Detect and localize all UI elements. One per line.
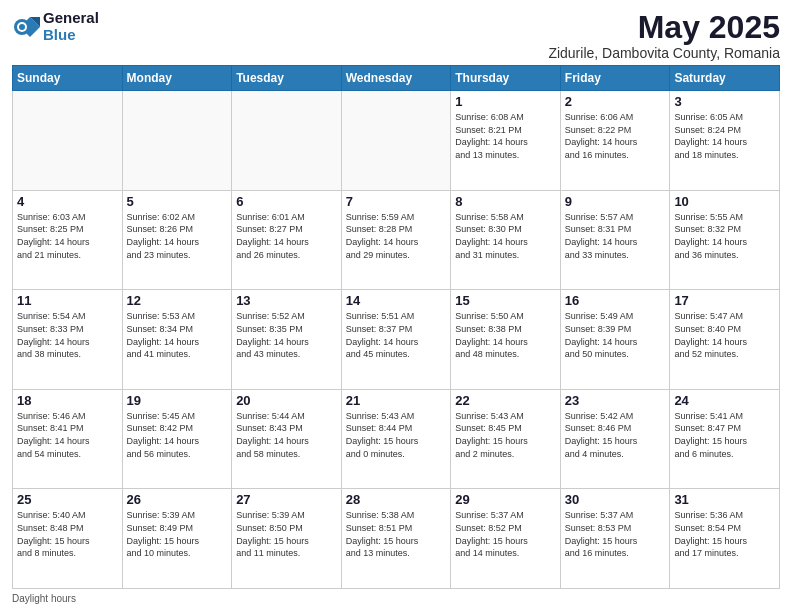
day-number: 2 <box>565 94 666 109</box>
day-info: Sunrise: 5:36 AM Sunset: 8:54 PM Dayligh… <box>674 509 775 559</box>
day-number: 12 <box>127 293 228 308</box>
day-number: 20 <box>236 393 337 408</box>
table-row: 17Sunrise: 5:47 AM Sunset: 8:40 PM Dayli… <box>670 290 780 390</box>
calendar-week-row: 11Sunrise: 5:54 AM Sunset: 8:33 PM Dayli… <box>13 290 780 390</box>
day-info: Sunrise: 5:42 AM Sunset: 8:46 PM Dayligh… <box>565 410 666 460</box>
footer-note: Daylight hours <box>12 593 780 604</box>
svg-point-5 <box>19 24 25 30</box>
table-row: 31Sunrise: 5:36 AM Sunset: 8:54 PM Dayli… <box>670 489 780 589</box>
day-info: Sunrise: 5:54 AM Sunset: 8:33 PM Dayligh… <box>17 310 118 360</box>
day-info: Sunrise: 6:02 AM Sunset: 8:26 PM Dayligh… <box>127 211 228 261</box>
month-title: May 2025 <box>548 10 780 45</box>
day-info: Sunrise: 5:57 AM Sunset: 8:31 PM Dayligh… <box>565 211 666 261</box>
title-block: May 2025 Zidurile, Dambovita County, Rom… <box>548 10 780 61</box>
day-info: Sunrise: 6:03 AM Sunset: 8:25 PM Dayligh… <box>17 211 118 261</box>
day-number: 5 <box>127 194 228 209</box>
col-thursday: Thursday <box>451 66 561 91</box>
day-number: 6 <box>236 194 337 209</box>
day-info: Sunrise: 5:45 AM Sunset: 8:42 PM Dayligh… <box>127 410 228 460</box>
table-row: 1Sunrise: 6:08 AM Sunset: 8:21 PM Daylig… <box>451 91 561 191</box>
day-info: Sunrise: 5:53 AM Sunset: 8:34 PM Dayligh… <box>127 310 228 360</box>
day-number: 22 <box>455 393 556 408</box>
table-row: 21Sunrise: 5:43 AM Sunset: 8:44 PM Dayli… <box>341 389 451 489</box>
day-number: 30 <box>565 492 666 507</box>
col-tuesday: Tuesday <box>232 66 342 91</box>
table-row: 3Sunrise: 6:05 AM Sunset: 8:24 PM Daylig… <box>670 91 780 191</box>
day-info: Sunrise: 5:44 AM Sunset: 8:43 PM Dayligh… <box>236 410 337 460</box>
table-row <box>232 91 342 191</box>
logo-icon <box>12 13 40 41</box>
day-number: 11 <box>17 293 118 308</box>
table-row: 10Sunrise: 5:55 AM Sunset: 8:32 PM Dayli… <box>670 190 780 290</box>
table-row <box>122 91 232 191</box>
day-number: 19 <box>127 393 228 408</box>
table-row: 23Sunrise: 5:42 AM Sunset: 8:46 PM Dayli… <box>560 389 670 489</box>
day-number: 18 <box>17 393 118 408</box>
table-row: 9Sunrise: 5:57 AM Sunset: 8:31 PM Daylig… <box>560 190 670 290</box>
day-number: 27 <box>236 492 337 507</box>
day-info: Sunrise: 5:40 AM Sunset: 8:48 PM Dayligh… <box>17 509 118 559</box>
day-info: Sunrise: 5:39 AM Sunset: 8:50 PM Dayligh… <box>236 509 337 559</box>
day-number: 31 <box>674 492 775 507</box>
col-wednesday: Wednesday <box>341 66 451 91</box>
day-info: Sunrise: 5:51 AM Sunset: 8:37 PM Dayligh… <box>346 310 447 360</box>
day-number: 25 <box>17 492 118 507</box>
day-info: Sunrise: 5:55 AM Sunset: 8:32 PM Dayligh… <box>674 211 775 261</box>
table-row: 18Sunrise: 5:46 AM Sunset: 8:41 PM Dayli… <box>13 389 123 489</box>
day-number: 14 <box>346 293 447 308</box>
day-number: 26 <box>127 492 228 507</box>
day-number: 21 <box>346 393 447 408</box>
table-row <box>341 91 451 191</box>
table-row: 7Sunrise: 5:59 AM Sunset: 8:28 PM Daylig… <box>341 190 451 290</box>
col-sunday: Sunday <box>13 66 123 91</box>
day-number: 10 <box>674 194 775 209</box>
day-info: Sunrise: 5:41 AM Sunset: 8:47 PM Dayligh… <box>674 410 775 460</box>
day-info: Sunrise: 5:43 AM Sunset: 8:45 PM Dayligh… <box>455 410 556 460</box>
day-info: Sunrise: 5:52 AM Sunset: 8:35 PM Dayligh… <box>236 310 337 360</box>
table-row: 11Sunrise: 5:54 AM Sunset: 8:33 PM Dayli… <box>13 290 123 390</box>
table-row: 25Sunrise: 5:40 AM Sunset: 8:48 PM Dayli… <box>13 489 123 589</box>
calendar-table: Sunday Monday Tuesday Wednesday Thursday… <box>12 65 780 589</box>
table-row: 15Sunrise: 5:50 AM Sunset: 8:38 PM Dayli… <box>451 290 561 390</box>
page: General Blue May 2025 Zidurile, Dambovit… <box>0 0 792 612</box>
calendar-week-row: 4Sunrise: 6:03 AM Sunset: 8:25 PM Daylig… <box>13 190 780 290</box>
table-row: 4Sunrise: 6:03 AM Sunset: 8:25 PM Daylig… <box>13 190 123 290</box>
location-subtitle: Zidurile, Dambovita County, Romania <box>548 45 780 61</box>
day-number: 17 <box>674 293 775 308</box>
day-info: Sunrise: 5:38 AM Sunset: 8:51 PM Dayligh… <box>346 509 447 559</box>
day-number: 16 <box>565 293 666 308</box>
day-info: Sunrise: 6:08 AM Sunset: 8:21 PM Dayligh… <box>455 111 556 161</box>
day-number: 13 <box>236 293 337 308</box>
calendar-week-row: 25Sunrise: 5:40 AM Sunset: 8:48 PM Dayli… <box>13 489 780 589</box>
day-number: 4 <box>17 194 118 209</box>
day-info: Sunrise: 5:37 AM Sunset: 8:52 PM Dayligh… <box>455 509 556 559</box>
table-row: 13Sunrise: 5:52 AM Sunset: 8:35 PM Dayli… <box>232 290 342 390</box>
day-info: Sunrise: 6:05 AM Sunset: 8:24 PM Dayligh… <box>674 111 775 161</box>
day-info: Sunrise: 5:46 AM Sunset: 8:41 PM Dayligh… <box>17 410 118 460</box>
table-row: 20Sunrise: 5:44 AM Sunset: 8:43 PM Dayli… <box>232 389 342 489</box>
day-number: 28 <box>346 492 447 507</box>
table-row: 30Sunrise: 5:37 AM Sunset: 8:53 PM Dayli… <box>560 489 670 589</box>
table-row: 2Sunrise: 6:06 AM Sunset: 8:22 PM Daylig… <box>560 91 670 191</box>
day-info: Sunrise: 5:49 AM Sunset: 8:39 PM Dayligh… <box>565 310 666 360</box>
day-number: 29 <box>455 492 556 507</box>
calendar-week-row: 18Sunrise: 5:46 AM Sunset: 8:41 PM Dayli… <box>13 389 780 489</box>
day-info: Sunrise: 5:59 AM Sunset: 8:28 PM Dayligh… <box>346 211 447 261</box>
calendar-header-row: Sunday Monday Tuesday Wednesday Thursday… <box>13 66 780 91</box>
col-saturday: Saturday <box>670 66 780 91</box>
table-row: 8Sunrise: 5:58 AM Sunset: 8:30 PM Daylig… <box>451 190 561 290</box>
header: General Blue May 2025 Zidurile, Dambovit… <box>12 10 780 61</box>
day-info: Sunrise: 5:37 AM Sunset: 8:53 PM Dayligh… <box>565 509 666 559</box>
calendar-week-row: 1Sunrise: 6:08 AM Sunset: 8:21 PM Daylig… <box>13 91 780 191</box>
day-number: 3 <box>674 94 775 109</box>
table-row <box>13 91 123 191</box>
col-friday: Friday <box>560 66 670 91</box>
day-number: 8 <box>455 194 556 209</box>
day-info: Sunrise: 5:39 AM Sunset: 8:49 PM Dayligh… <box>127 509 228 559</box>
day-number: 9 <box>565 194 666 209</box>
day-number: 1 <box>455 94 556 109</box>
day-number: 7 <box>346 194 447 209</box>
table-row: 28Sunrise: 5:38 AM Sunset: 8:51 PM Dayli… <box>341 489 451 589</box>
day-number: 15 <box>455 293 556 308</box>
day-info: Sunrise: 5:58 AM Sunset: 8:30 PM Dayligh… <box>455 211 556 261</box>
